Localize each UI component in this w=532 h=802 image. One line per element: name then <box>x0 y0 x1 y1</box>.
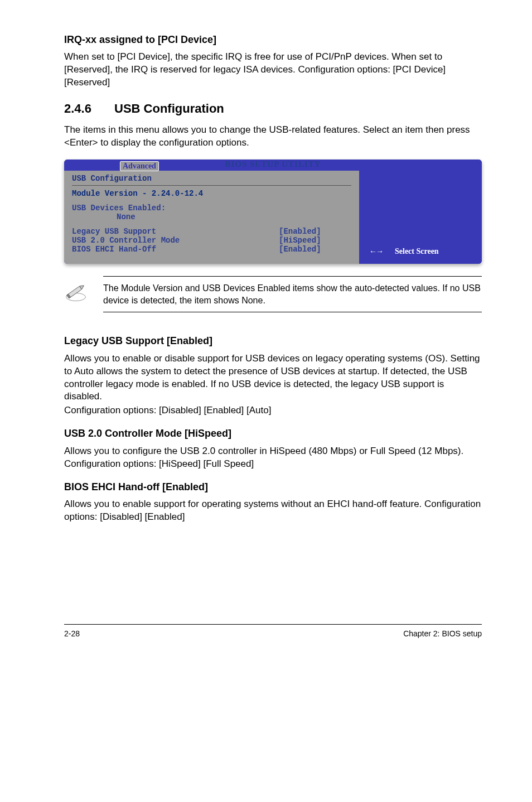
bios-module-version: Module Version - 2.24.0-12.4 <box>72 189 351 198</box>
bios-devices-value: None <box>117 212 351 221</box>
bios-row-controller-mode[interactable]: USB 2.0 Controller Mode [HiSpeed] <box>72 236 351 245</box>
bios-hint-select-screen: ←→Select Screen <box>369 247 439 256</box>
note-text: The Module Version and USB Devices Enabl… <box>103 276 482 312</box>
body-usb-intro: The items in this menu allows you to cha… <box>64 124 482 149</box>
bios-top-bar: BIOS SETUP UTILITY Advanced <box>64 160 482 171</box>
heading-ehci: BIOS EHCI Hand-off [Enabled] <box>64 481 482 494</box>
heading-usb-config: 2.4.6USB Configuration <box>64 102 482 116</box>
bios-right-panel: ←→Select Screen <box>359 171 482 264</box>
heading-irq: IRQ-xx assigned to [PCI Device] <box>64 33 482 46</box>
footer-chapter: Chapter 2: BIOS setup <box>403 629 482 638</box>
bios-left-panel: USB Configuration Module Version - 2.24.… <box>64 171 359 264</box>
body-mode: Allows you to configure the USB 2.0 cont… <box>64 445 482 471</box>
bios-utility-title: BIOS SETUP UTILITY <box>225 160 321 169</box>
bios-row-value: [HiSpeed] <box>279 236 351 245</box>
body-legacy: Allows you to enable or disable support … <box>64 352 482 404</box>
body-ehci: Allows you to enable support for operati… <box>64 498 482 524</box>
body-legacy-opts: Configuration options: [Disabled] [Enabl… <box>64 404 482 417</box>
bios-hint-text: Select Screen <box>395 247 439 255</box>
arrows-icon: ←→ <box>369 247 383 255</box>
bios-row-value: [Enabled] <box>279 227 351 236</box>
bios-tab-advanced[interactable]: Advanced <box>120 161 159 171</box>
bios-devices-heading: USB Devices Enabled: <box>72 204 351 212</box>
bios-row-key: Legacy USB Support <box>72 227 279 236</box>
note-box: The Module Version and USB Devices Enabl… <box>64 276 482 312</box>
heading-legacy: Legacy USB Support [Enabled] <box>64 335 482 347</box>
bios-panel: BIOS SETUP UTILITY Advanced USB Configur… <box>64 160 482 264</box>
bios-row-value: [Enabled] <box>279 245 351 254</box>
bios-row-legacy-usb[interactable]: Legacy USB Support [Enabled] <box>72 227 351 236</box>
heading-number: 2.4.6 <box>64 102 114 116</box>
note-pencil-icon <box>64 276 103 305</box>
heading-title: USB Configuration <box>114 102 224 115</box>
heading-mode: USB 2.0 Controller Mode [HiSpeed] <box>64 427 482 440</box>
page-footer: 2-28 Chapter 2: BIOS setup <box>64 624 482 638</box>
bios-row-ehci-handoff[interactable]: BIOS EHCI Hand-Off [Enabled] <box>72 245 351 254</box>
body-irq: When set to [PCI Device], the specific I… <box>64 51 482 89</box>
bios-section-title: USB Configuration <box>72 174 351 186</box>
bios-row-key: BIOS EHCI Hand-Off <box>72 245 279 254</box>
footer-page-number: 2-28 <box>64 629 80 638</box>
bios-row-key: USB 2.0 Controller Mode <box>72 236 279 245</box>
